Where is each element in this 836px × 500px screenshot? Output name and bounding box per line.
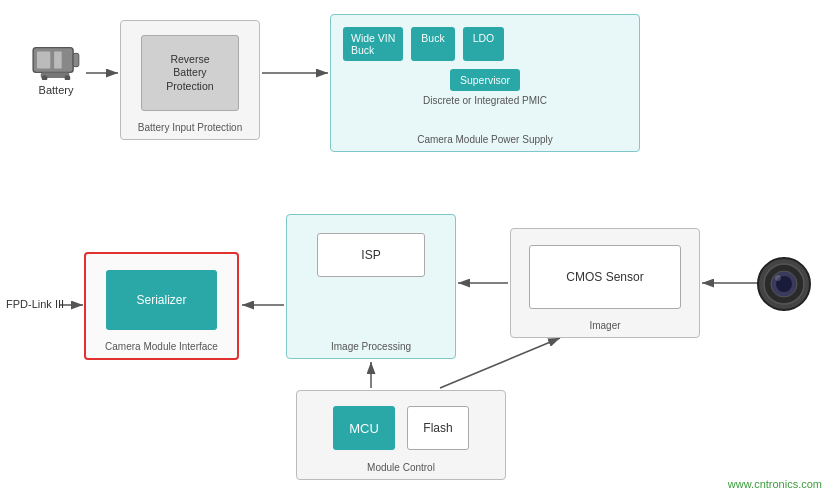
svg-rect-11 [37, 51, 50, 68]
bip-inner: ReverseBatteryProtection [141, 35, 239, 111]
cmps-label: Camera Module Power Supply [331, 134, 639, 145]
battery-label: Battery [39, 84, 74, 96]
wide-vin-buck-chip: Wide VINBuck [343, 27, 403, 61]
svg-rect-10 [73, 53, 79, 66]
lens-icon [756, 256, 812, 316]
svg-point-20 [775, 275, 781, 281]
battery-icon [30, 40, 82, 80]
diagram: Battery ReverseBatteryProtection Battery… [0, 0, 836, 500]
battery-area: Battery [30, 40, 82, 96]
ldo-chip: LDO [463, 27, 505, 61]
ip-container: ISP Image Processing [286, 214, 456, 359]
mc-container: MCU Flash Module Control [296, 390, 506, 480]
buck-chip: Buck [411, 27, 454, 61]
imager-label: Imager [589, 320, 620, 331]
mcu-btn: MCU [333, 406, 395, 450]
cmi-container: Serializer Camera Module Interface [84, 252, 239, 360]
flash-btn: Flash [407, 406, 469, 450]
cmi-label: Camera Module Interface [105, 341, 218, 352]
fpd-label: FPD-Link III [6, 298, 64, 310]
cmps-container: Wide VINBuck Buck LDO Supervisor Discret… [330, 14, 640, 152]
cmps-bottom-row: Supervisor [339, 69, 631, 91]
imager-container: CMOS Sensor Imager [510, 228, 700, 338]
isp-btn: ISP [317, 233, 425, 277]
svg-line-8 [440, 338, 560, 388]
cmps-top-row: Wide VINBuck Buck LDO [343, 27, 631, 61]
supervisor-chip: Supervisor [450, 69, 520, 91]
discrete-label: Discrete or Integrated PMIC [331, 95, 639, 106]
serializer-btn: Serializer [106, 270, 217, 330]
bip-container: ReverseBatteryProtection Battery Input P… [120, 20, 260, 140]
mc-inner-row: MCU Flash [307, 403, 495, 453]
bip-label: Battery Input Protection [138, 122, 243, 133]
watermark: www.cntronics.com [728, 478, 822, 490]
ip-label: Image Processing [331, 341, 411, 352]
svg-rect-12 [54, 51, 62, 68]
bip-inner-label: ReverseBatteryProtection [166, 53, 213, 94]
mc-label: Module Control [367, 462, 435, 473]
cmos-sensor-btn: CMOS Sensor [529, 245, 681, 309]
